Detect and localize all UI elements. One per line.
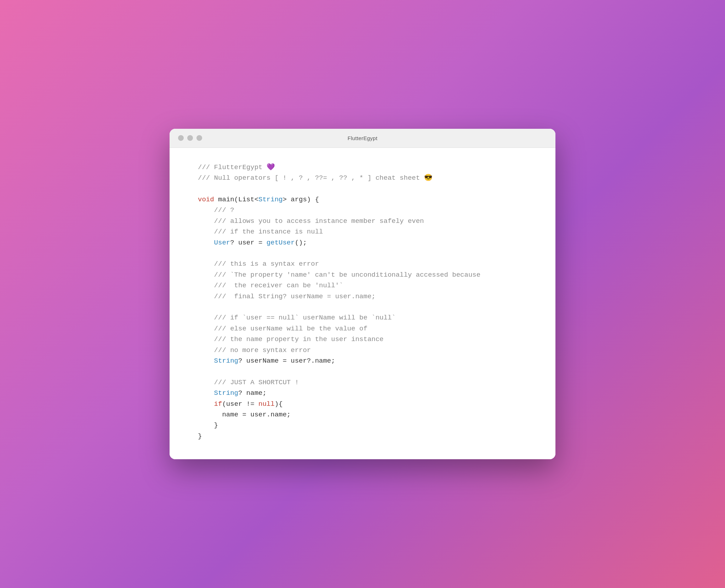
comment-shortcut: /// JUST A SHORTCUT ! bbox=[198, 379, 299, 386]
comment-syntax-error: /// this is a syntax error bbox=[198, 260, 319, 268]
comment-no-more: /// no more syntax error bbox=[198, 346, 311, 354]
keyword-if: if bbox=[214, 400, 222, 408]
maximize-button[interactable] bbox=[196, 135, 202, 141]
comment-if-null: /// if `user == null` userName will be `… bbox=[198, 314, 396, 322]
close-button[interactable] bbox=[178, 135, 184, 141]
comment-receiver: /// the receiver can be 'null'` bbox=[198, 282, 343, 289]
keyword-null: null bbox=[258, 400, 275, 408]
comment-q: /// ? bbox=[198, 206, 234, 214]
func-getuser: getUser bbox=[267, 239, 295, 247]
comment-property: /// `The property 'name' can't be uncond… bbox=[198, 271, 480, 279]
type-user: User bbox=[214, 239, 230, 247]
comment-header1: /// FlutterEgypt 💜 bbox=[198, 163, 275, 171]
keyword-void: void bbox=[198, 196, 214, 203]
code-area: /// FlutterEgypt 💜 /// Null operators [ … bbox=[170, 148, 555, 459]
comment-else: /// else userName will be the value of bbox=[198, 325, 367, 333]
titlebar: FlutterEgypt bbox=[170, 129, 555, 148]
code-block: /// FlutterEgypt 💜 /// Null operators [ … bbox=[198, 162, 538, 442]
comment-if: /// if the instance is null bbox=[198, 228, 323, 236]
traffic-lights bbox=[178, 135, 202, 141]
comment-final: /// final String? userName = user.name; bbox=[198, 293, 376, 300]
minimize-button[interactable] bbox=[187, 135, 193, 141]
type-string3: String bbox=[214, 389, 238, 397]
type-string: String bbox=[258, 196, 282, 203]
window-title: FlutterEgypt bbox=[348, 135, 377, 141]
app-window: FlutterEgypt /// FlutterEgypt 💜 /// Null… bbox=[170, 129, 555, 459]
comment-header2: /// Null operators [ ! , ? , ??= , ?? , … bbox=[198, 174, 433, 182]
comment-allows: /// allows you to access instance member… bbox=[198, 217, 424, 225]
type-string2: String bbox=[214, 357, 238, 365]
comment-name-prop: /// the name property in the user instan… bbox=[198, 335, 384, 343]
